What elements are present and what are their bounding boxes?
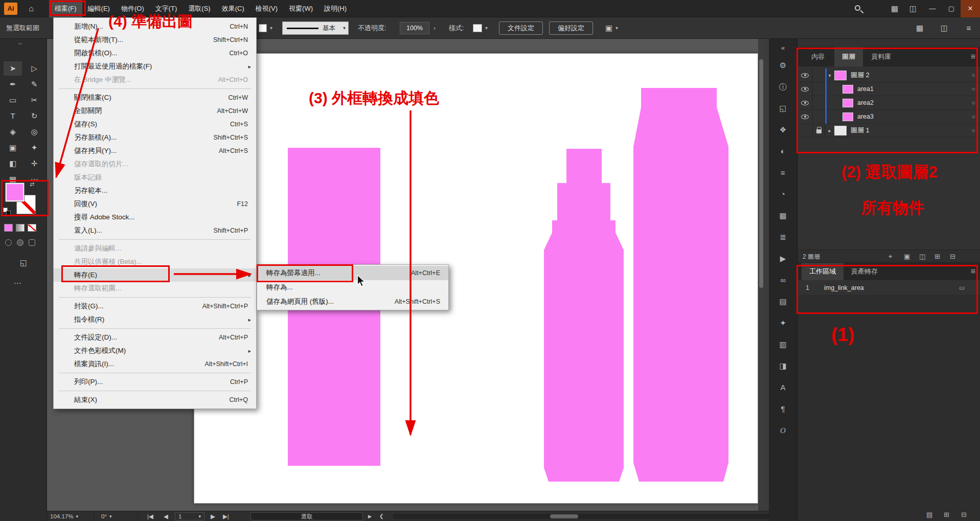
layer-name[interactable]: area3 xyxy=(857,113,966,120)
file-menu-item-export[interactable]: 轉存(E)▸ xyxy=(54,268,256,282)
character-icon[interactable]: A xyxy=(769,381,797,394)
file-menu-item-exit[interactable]: 結束(X)Ctrl+Q xyxy=(54,393,256,406)
maximize-button[interactable]: ▢ xyxy=(942,0,961,17)
scissors-tool[interactable]: ✂ xyxy=(25,93,43,107)
search-icon[interactable] xyxy=(855,5,860,11)
tab-libraries[interactable]: 資料庫 xyxy=(863,47,900,66)
transparency-icon[interactable]: ◔ xyxy=(769,188,797,200)
type-tool[interactable]: T xyxy=(4,109,22,123)
menu-view[interactable]: 檢視(V) xyxy=(250,0,283,17)
target-circle-icon[interactable]: ○ xyxy=(966,127,980,134)
file-menu-item-document-color-mode[interactable]: 文件色彩模式(M)▸ xyxy=(54,344,256,357)
zoom-dropdown[interactable]: 104.17%▾ xyxy=(47,511,94,521)
file-menu-item-file-info[interactable]: 檔案資訊(I)...Alt+Shift+Ctrl+I xyxy=(54,357,256,371)
layer-thumbnail[interactable] xyxy=(842,85,853,94)
menu-help[interactable]: 說明(H) xyxy=(318,0,352,17)
info-icon[interactable]: ⓘ xyxy=(769,81,797,93)
horizontal-scrollbar[interactable] xyxy=(393,514,806,519)
fill-color-swatch[interactable] xyxy=(5,183,25,202)
menu-edit[interactable]: 編輯(E) xyxy=(82,0,116,17)
graphic-styles-icon[interactable]: ≣ xyxy=(769,231,797,243)
layer-thumbnail[interactable] xyxy=(842,99,853,107)
tab-artboards[interactable]: 工作區域 xyxy=(802,263,844,280)
layer-thumbnail[interactable] xyxy=(834,71,847,80)
lock-toggle[interactable] xyxy=(813,110,825,123)
drag-handle[interactable]: •• xyxy=(18,41,22,47)
prev-artboard-button[interactable]: ◀ xyxy=(164,511,168,521)
file-menu-item-save-copy[interactable]: 儲存拷貝(Y)...Alt+Ctrl+S xyxy=(54,144,256,157)
pattern-icon[interactable]: ▥ xyxy=(769,338,797,351)
links-icon[interactable]: ∞ xyxy=(769,274,797,286)
none-mode-button[interactable] xyxy=(28,224,36,232)
selection-tool[interactable]: ➤ xyxy=(4,61,22,76)
menu-file[interactable]: 檔案(F) xyxy=(49,0,82,17)
eraser-tool[interactable]: ◈ xyxy=(4,125,22,139)
align-artboard-icon[interactable]: ▣ xyxy=(603,17,614,39)
target-circle-icon[interactable]: ○ xyxy=(966,99,980,106)
tab-asset-export[interactable]: 資產轉存 xyxy=(844,263,885,280)
layer-name[interactable]: 圖層 1 xyxy=(851,126,966,135)
draw-inside-icon[interactable] xyxy=(29,239,35,246)
file-menu-item-save-as[interactable]: 另存新檔(A)...Shift+Ctrl+S xyxy=(54,131,256,144)
stroke-icon[interactable]: ≡ xyxy=(769,167,797,179)
asset-grid-icon[interactable]: ▤ xyxy=(926,508,932,521)
collapse-left-icon[interactable]: ❮ xyxy=(379,511,383,521)
curvature-tool[interactable]: ✎ xyxy=(25,77,43,92)
collapsed-chevron-icon[interactable]: ▸ xyxy=(825,128,834,133)
file-menu-item-close-all[interactable]: 全部關閉Alt+Ctrl+W xyxy=(54,104,256,118)
menu-select[interactable]: 選取(S) xyxy=(183,0,216,17)
properties-gear-icon[interactable]: ⚙ xyxy=(769,59,797,72)
pen-tool[interactable]: ✒ xyxy=(4,77,22,92)
stroke-profile-dropdown[interactable]: 基本 ▾ xyxy=(282,21,349,35)
next-artboard-button[interactable]: ▶ xyxy=(211,511,215,521)
file-menu-item-save[interactable]: 儲存(S)Ctrl+S xyxy=(54,118,256,131)
gradient-mode-button[interactable] xyxy=(16,224,25,232)
gradient-tool[interactable]: ◧ xyxy=(4,156,22,171)
shape-builder-tool[interactable]: ▣ xyxy=(4,141,22,155)
file-menu-item-save-template[interactable]: 另存範本... xyxy=(54,184,256,197)
visibility-toggle[interactable] xyxy=(797,82,813,96)
file-menu-item-new-from-template[interactable]: 從範本新增(T)...Shift+Ctrl+N xyxy=(54,33,256,47)
document-setup-button[interactable]: 文件設定 xyxy=(499,21,543,35)
preferences-button[interactable]: 偏好設定 xyxy=(549,21,593,35)
file-menu-item-open[interactable]: 開啟舊檔(O)...Ctrl+O xyxy=(54,47,256,60)
submenu-item-save-for-web-legacy[interactable]: 儲存為網頁用 (舊版)...Alt+Shift+Ctrl+S xyxy=(257,295,448,309)
arrange-documents-icon[interactable]: ▦ xyxy=(913,17,926,39)
visibility-toggle[interactable] xyxy=(797,124,813,137)
minimize-button[interactable]: — xyxy=(923,0,942,17)
file-menu-item-package[interactable]: 封裝(G)...Alt+Shift+Ctrl+P xyxy=(54,300,256,313)
actions-icon[interactable]: ▶ xyxy=(769,253,797,265)
panel-toggle-icon[interactable]: ◫ xyxy=(906,0,920,17)
color-mode-button[interactable] xyxy=(4,224,13,232)
opentype-icon[interactable]: O xyxy=(769,424,797,437)
artboard-number-dropdown[interactable]: 1▾ xyxy=(175,512,204,520)
appearance-icon[interactable]: ▦ xyxy=(769,210,797,222)
lock-toggle[interactable] xyxy=(813,69,825,82)
file-menu-item-revert[interactable]: 回復(V)F12 xyxy=(54,197,256,211)
artboards-icon[interactable]: ▤ xyxy=(769,296,797,308)
zoom-tool[interactable]: ◎ xyxy=(25,125,43,139)
gradient-icon[interactable]: ◨ xyxy=(769,360,797,372)
file-menu-item-close[interactable]: 關閉檔案(C)Ctrl+W xyxy=(54,91,256,104)
visibility-toggle[interactable] xyxy=(797,96,813,109)
workspace-layout-icon[interactable]: ◫ xyxy=(938,17,951,39)
swatches-icon[interactable]: ❖ xyxy=(769,124,797,136)
eyedropper-tool[interactable]: ✦ xyxy=(25,141,43,155)
file-menu-item-search-adobe-stock[interactable]: 搜尋 Adobe Stock... xyxy=(54,211,256,224)
visibility-toggle[interactable] xyxy=(797,69,813,82)
first-artboard-button[interactable]: |◀ xyxy=(147,511,153,521)
more-toolbar-icon[interactable]: ⋯ xyxy=(8,276,27,290)
default-colors-icon-2[interactable] xyxy=(6,211,11,215)
locate-object-icon[interactable]: ⌖ xyxy=(888,250,892,263)
lock-toggle[interactable] xyxy=(813,82,825,96)
home-icon[interactable]: ⌂ xyxy=(25,0,38,17)
new-layer-icon[interactable]: ⊞ xyxy=(935,250,940,263)
layer-name[interactable]: area2 xyxy=(857,99,966,106)
last-artboard-button[interactable]: ▶| xyxy=(223,511,229,521)
delete-asset-icon[interactable]: ⊟ xyxy=(961,508,967,521)
close-button[interactable]: ✕ xyxy=(961,0,980,17)
submenu-item-export-as[interactable]: 轉存為... xyxy=(257,280,448,295)
chevron-down-icon[interactable]: ▾ xyxy=(485,17,488,39)
play-icon[interactable]: ▶ xyxy=(368,511,372,521)
collapse-panels-icon[interactable]: « xyxy=(769,42,797,54)
